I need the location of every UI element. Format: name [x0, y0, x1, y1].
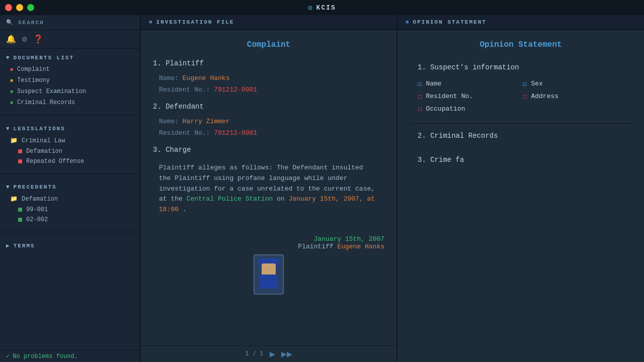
- complaint-label: Complaint: [17, 66, 50, 73]
- sidebar-item-criminal-records[interactable]: ■ Criminal Records: [6, 97, 134, 108]
- legislations-section-header[interactable]: ▼ LEGISLATIONS: [6, 123, 134, 135]
- defendant-name-value: Harry Zimmer: [183, 118, 230, 125]
- repeated-offense-icon: [18, 159, 22, 163]
- sidebar-item-99-001[interactable]: 99-001: [6, 205, 134, 215]
- name-checkbox-label: Name: [426, 80, 441, 87]
- charge-text: Plaintiff alleges as follows: The Defend…: [153, 159, 384, 219]
- suspect-examination-label: Suspect Examination: [17, 88, 86, 95]
- investigation-panel: ■ INVESTIGATION FILE Complaint 1. Plaint…: [141, 15, 397, 362]
- sidebar-item-criminal-law[interactable]: 📁 Criminal Law: [6, 135, 134, 146]
- sidebar-item-precedents-defamation[interactable]: 📁 Defamation: [6, 193, 134, 205]
- opinion-doc-title: Opinion Statement: [410, 40, 632, 49]
- plaintiff-name-value: Eugene Hanks: [183, 74, 230, 82]
- status-text: No problems found.: [13, 353, 78, 360]
- testimony-icon: ■: [10, 78, 13, 83]
- complaint-plaintiff: Plaintiff Eugene Hanks: [153, 243, 384, 250]
- plaintiff-section: 1. Plaintiff: [153, 59, 384, 67]
- sidebar-item-repeated-offense[interactable]: Repeated Offense: [6, 156, 134, 166]
- plaintiff-resident-field: Resident No.: 791212-0001: [153, 84, 384, 96]
- defendant-section: 2. Defendant: [153, 103, 384, 111]
- app-title: ⚙ KCIS: [308, 4, 336, 12]
- folder-icon: 📁: [10, 137, 18, 144]
- sidebar-item-complaint[interactable]: ■ Complaint: [6, 64, 134, 75]
- defendant-resident-value: 791212-0001: [214, 129, 257, 137]
- investigation-panel-title: INVESTIGATION FILE: [156, 19, 234, 25]
- investigation-pagination: 1 / 1 ▶ ▶▶: [141, 345, 396, 362]
- location-highlight: Central Police Station: [187, 195, 273, 203]
- investigation-panel-content: Complaint 1. Plaintiff Name: Eugene Hank…: [141, 30, 396, 345]
- documents-section-header[interactable]: ▼ DOCUMENTS LIST: [6, 52, 134, 64]
- complaint-date: January 15th, 2007: [153, 235, 384, 243]
- opinion-panel-content: Opinion Statement 1. Suspect's informati…: [397, 30, 644, 362]
- maximize-button[interactable]: [27, 4, 34, 11]
- search-icon: 🔍: [6, 19, 14, 26]
- status-bar: ✓ No problems found.: [0, 350, 140, 362]
- titlebar: ⚙ KCIS: [0, 0, 644, 15]
- defendant-name-field: Name: Harry Zimmer: [153, 116, 384, 127]
- criminal-records-label: Criminal Records: [17, 99, 75, 106]
- criminal-law-label: Criminal Law: [22, 137, 65, 144]
- suspect-info-checkboxes: ☑ Name ☑ Sex ☐ Resident No. ☐ Address ☐: [410, 73, 632, 119]
- last-page-button[interactable]: ▶▶: [281, 350, 292, 358]
- resident-checkbox-icon: ☐: [418, 92, 422, 101]
- checkbox-address[interactable]: ☐ Address: [523, 92, 624, 101]
- legislations-section: ▼ LEGISLATIONS 📁 Criminal Law Defamation…: [0, 120, 140, 169]
- opinion-panel-header: ■ OPINION STATEMENT: [397, 15, 644, 30]
- suspect-info-title: 1. Suspect's information: [410, 59, 632, 73]
- precedents-defamation-label: Defamation: [22, 196, 58, 203]
- plaintiff-resident-value: 791212-0001: [214, 86, 257, 94]
- precedents-section: ▼ PRECEDENTS 📁 Defamation 99-001 02-002: [0, 178, 140, 228]
- gear-icon: ⚙: [308, 4, 313, 12]
- sidebar-item-suspect-examination[interactable]: ■ Suspect Examination: [6, 86, 134, 97]
- criminal-records-title: 2. Criminal Records: [410, 128, 632, 142]
- checkbox-sex[interactable]: ☑ Sex: [523, 79, 624, 88]
- next-page-button[interactable]: ▶: [270, 350, 275, 358]
- sex-checkbox-label: Sex: [531, 80, 542, 87]
- criminal-records-icon: ■: [10, 100, 13, 106]
- defamation-icon: [18, 149, 22, 153]
- collapse-icon: ▼: [6, 184, 11, 190]
- investigation-panel-header: ■ INVESTIGATION FILE: [141, 15, 396, 30]
- folder-icon: 📁: [10, 195, 18, 203]
- plaintiff-name-field: Name: Eugene Hanks: [153, 72, 384, 84]
- opinion-panel-title: OPINION STATEMENT: [413, 19, 487, 25]
- collapse-icon: ▼: [6, 55, 11, 61]
- repeated-offense-label: Repeated Offense: [26, 158, 84, 165]
- precedent-99001-icon: [18, 208, 22, 212]
- close-button[interactable]: [5, 4, 12, 11]
- testimony-label: Testimony: [17, 77, 50, 84]
- minimize-button[interactable]: [16, 4, 23, 11]
- checkbox-name[interactable]: ☑ Name: [418, 79, 519, 88]
- help-icon[interactable]: ❓: [33, 34, 43, 44]
- character-sprite: [254, 254, 284, 295]
- sprite-body: [260, 275, 278, 289]
- complaint-icon: ■: [10, 67, 13, 72]
- name-checkbox-icon: ☑: [418, 79, 422, 88]
- checkbox-occupation[interactable]: ☐ Occupation: [418, 105, 519, 113]
- sidebar-item-defamation[interactable]: Defamation: [6, 146, 134, 156]
- search-label: SEARCH: [18, 20, 44, 26]
- settings-icon[interactable]: ⚙: [22, 34, 27, 44]
- opinion-panel: ■ OPINION STATEMENT Opinion Statement 1.…: [397, 15, 644, 362]
- complaint-plaintiff-name: Eugene Hanks: [337, 243, 384, 250]
- charge-section: 3. Charge: [153, 146, 384, 154]
- address-checkbox-icon: ☐: [523, 92, 527, 101]
- status-ok-icon: ✓: [6, 352, 10, 360]
- opinion-panel-icon: ■: [406, 19, 409, 25]
- sidebar-item-02-002[interactable]: 02-002: [6, 215, 134, 225]
- resident-checkbox-label: Resident No.: [426, 93, 473, 100]
- defamation-label: Defamation: [26, 148, 62, 155]
- sidebar-item-testimony[interactable]: ■ Testimony: [6, 75, 134, 86]
- character-sprite-area: [153, 250, 384, 299]
- precedents-section-header[interactable]: ▼ PRECEDENTS: [6, 181, 134, 193]
- panel-header-icon: ■: [149, 19, 152, 25]
- checkbox-resident-no[interactable]: ☐ Resident No.: [418, 92, 519, 101]
- terms-section-header[interactable]: ▶ TERMS: [6, 239, 134, 252]
- suspect-examination-icon: ■: [10, 89, 13, 95]
- precedent-02002-icon: [18, 218, 22, 222]
- search-bar[interactable]: 🔍 SEARCH: [0, 15, 140, 30]
- defendant-resident-field: Resident No.: 791212-0001: [153, 127, 384, 139]
- documents-section: ▼ DOCUMENTS LIST ■ Complaint ■ Testimony…: [0, 49, 140, 111]
- page-info: 1 / 1: [245, 350, 263, 357]
- notification-icon[interactable]: 🔔: [6, 34, 16, 44]
